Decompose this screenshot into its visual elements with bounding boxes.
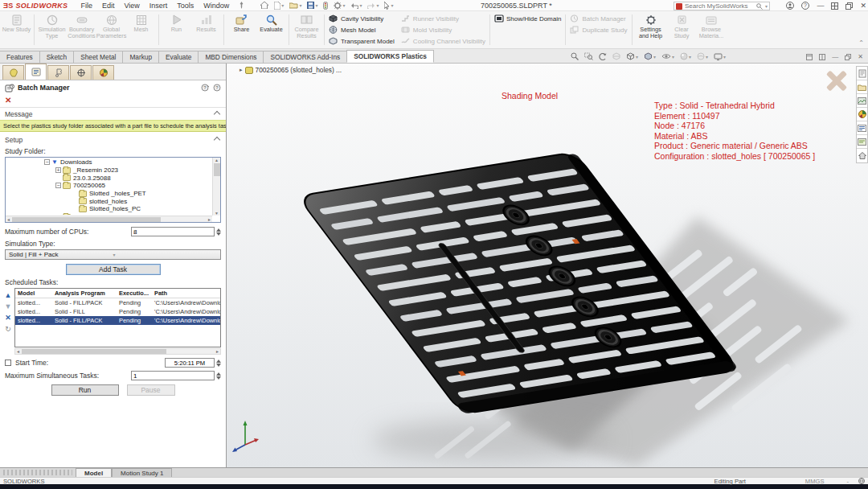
tab-solidworks-plastics[interactable]: SOLIDWORKS Plastics [346,50,434,63]
ribbon-collapse-icon[interactable]: ⌃ [858,39,864,47]
menu-window[interactable]: Window [199,2,234,10]
start-time-stepper[interactable] [216,360,221,367]
new-study-button[interactable]: New Study [2,12,31,47]
cavity-visibility-toggle[interactable]: Cavity Visibility [329,14,395,23]
tab-solidworks-addins[interactable]: SOLIDWORKS Add-Ins [263,51,347,63]
mold-visibility-toggle[interactable]: Mold Visibility [401,25,485,35]
share-button[interactable]: Share [227,12,256,47]
undo-icon[interactable]: ▾ [350,2,362,9]
tab-markup[interactable]: Markup [122,51,159,63]
tree-item-700250065[interactable]: − 700250065 [6,182,211,190]
tree-item-resemin[interactable]: + _Resemin 2023 [6,166,211,175]
forum-icon[interactable] [857,135,867,149]
transparent-model-toggle[interactable]: Transparent Model [329,36,395,46]
runner-visibility-toggle[interactable]: Runner Visibility [401,14,485,23]
layout-grid-icon[interactable] [831,2,838,10]
table-row[interactable]: slotted... Solid - FILL/PACK Pending 'C:… [15,298,220,307]
delete-task-icon[interactable]: ✕ [5,314,11,322]
add-task-button[interactable]: Add Task [66,264,161,275]
zoom-area-icon[interactable] [584,52,593,60]
new-file-icon[interactable]: ▾ [274,2,284,10]
pause-button[interactable]: Pause [127,384,175,396]
compare-results-button[interactable]: Compare Results [292,12,321,47]
tree-horizontal-scrollbar[interactable]: ◄ ► [6,216,212,222]
cpu-input[interactable] [131,227,215,236]
redo-icon[interactable]: ▾ [367,2,379,9]
custom-properties-icon[interactable] [857,121,867,135]
minimize-icon[interactable]: — [817,2,824,10]
view-settings-icon[interactable]: ▾ [714,53,726,60]
cooling-channel-visibility-toggle[interactable]: Cooling Channel Visibility [401,36,485,46]
help-icon[interactable]: ? [801,2,809,10]
tab-configuration-manager[interactable] [47,65,69,80]
doc-restore-icon[interactable] [845,54,851,60]
tab-dimxpert-manager[interactable] [70,65,92,80]
show-hide-domain-toggle[interactable]: Show/Hide Domain [494,14,561,23]
tab-evaluate[interactable]: Evaluate [158,51,199,63]
table-row[interactable]: slotted... Solid - FILL Pending 'C:\User… [15,307,220,316]
tree-item-2303[interactable]: 23.0.3.25088 [6,174,211,182]
mesh-button[interactable]: Mesh [126,12,156,47]
view-orientation-icon[interactable]: ▾ [626,52,638,60]
menu-view[interactable]: View [119,2,144,10]
design-library-icon[interactable] [857,80,867,94]
run-tasks-button[interactable]: Run [51,384,119,396]
tab-property-manager[interactable] [25,64,47,80]
tree-item-slotted-holes-pc[interactable]: Slotted_holes_PC [6,205,211,213]
message-section-header[interactable]: Message [0,108,226,120]
doc-split-icon[interactable] [819,54,825,60]
close-preview-icon[interactable] [826,70,847,91]
browse-material-button[interactable]: Browse Materia... [697,12,727,47]
doc-new-window-icon[interactable] [806,54,813,60]
table-horizontal-scrollbar[interactable]: ◄ ► [14,348,221,355]
model-tab[interactable]: Model [76,468,112,477]
view-palette-icon[interactable] [857,94,867,108]
boundary-conditions-button[interactable]: Boundary Conditions [67,12,96,47]
feature-tree-flyout[interactable]: ▸ 700250065 (slotted_holes) ... [240,66,342,74]
clear-study-button[interactable]: Clear Study [667,12,697,47]
save-icon[interactable]: ▾ [307,2,317,9]
section-view-icon[interactable] [612,52,620,60]
cpu-stepper[interactable] [216,228,221,236]
start-time-input[interactable] [165,358,215,368]
tree-item-downloads[interactable]: − ▼ Downloads [6,158,211,166]
move-down-icon[interactable]: ▼ [5,302,12,310]
search-input[interactable] [685,2,754,10]
home-tab-icon[interactable] [857,149,867,162]
tree-item-slotted-holes-pet[interactable]: Slotted _holes_PET [6,190,211,198]
tab-sheet-metal[interactable]: Sheet Metal [73,51,123,63]
tab-features[interactable]: Features [0,51,40,63]
resources-icon[interactable] [857,67,867,80]
restore-icon[interactable] [845,2,853,10]
hide-show-items-icon[interactable]: ▾ [661,53,674,60]
appearances-scenes-icon[interactable] [857,108,867,121]
edit-appearance-icon[interactable]: ▾ [680,52,691,60]
menu-file[interactable]: File [76,2,97,10]
search-dropdown-icon[interactable]: ▾ [765,3,768,9]
select-cursor-icon[interactable]: ▾ [384,2,393,10]
graphics-area[interactable]: ▸ 700250065 (slotted_holes) ... Shading … [227,64,868,467]
units-indicator[interactable]: MMGS [805,478,825,485]
menu-edit[interactable]: Edit [97,2,120,10]
settings-and-help-button[interactable]: Settings and Help [635,12,667,47]
tags-globe-icon[interactable] [858,478,865,484]
tab-sketch[interactable]: Sketch [39,51,74,63]
setup-section-header[interactable]: Setup [0,134,226,146]
evaluate-button[interactable]: Evaluate [256,12,286,47]
doc-close-icon[interactable]: ✕ [858,53,863,60]
splitter-handle[interactable] [3,470,72,475]
menu-tools[interactable]: Tools [172,2,199,10]
motion-study-tab[interactable]: Motion Study 1 [112,468,172,477]
rebuild-icon[interactable] [323,2,328,10]
move-up-icon[interactable]: ▲ [5,291,12,299]
menu-insert[interactable]: Insert [145,2,173,10]
search-icon[interactable] [756,3,763,10]
display-style-icon[interactable]: ▾ [644,52,656,60]
tab-plastics-manager[interactable] [2,65,24,80]
tree-vertical-scrollbar[interactable]: ▲ ▼ [212,158,220,216]
start-time-checkbox[interactable] [5,360,11,366]
refresh-tasks-icon[interactable]: ↻ [5,325,11,333]
max-tasks-input[interactable] [131,371,215,380]
zoom-fit-icon[interactable] [571,52,579,60]
duplicate-study-toggle[interactable]: Duplicate Study [570,25,627,35]
